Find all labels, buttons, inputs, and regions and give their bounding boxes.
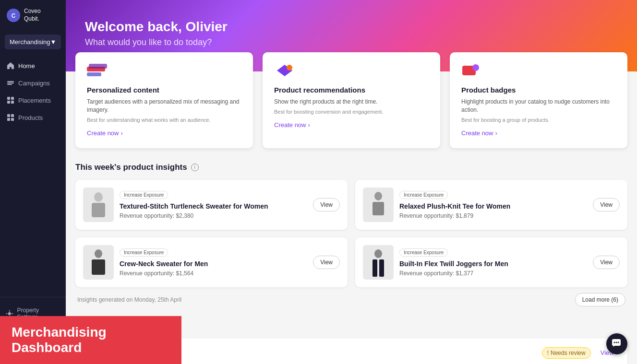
insight-badge-1: Increase Exposure (120, 191, 168, 199)
info-icon[interactable]: i (191, 164, 199, 171)
insights-section: This week's product insights i Increase … (66, 148, 637, 316)
insight-content-4: Increase Exposure Built-In Flex Twill Jo… (399, 247, 587, 277)
coveo-logo-icon: C (6, 8, 21, 23)
feature-cards: Personalized content Target audiences wi… (66, 52, 637, 148)
bottom-banner-text: Merchandising Dashboard (12, 325, 170, 355)
bottom-banner: Merchandising Dashboard (0, 316, 181, 364)
sidebar-item-campaigns[interactable]: Campaigns (0, 74, 66, 92)
insights-title: This week's product insights (75, 163, 187, 172)
insight-revenue-4: Revenue opportunity: $1,377 (399, 270, 587, 277)
svg-rect-22 (92, 203, 105, 217)
nav-label-placements: Placements (18, 97, 51, 104)
home-icon (7, 62, 14, 70)
needs-review-label: Needs review (551, 350, 586, 356)
svg-rect-29 (379, 259, 384, 277)
svg-rect-10 (11, 114, 14, 117)
svg-rect-4 (7, 84, 12, 85)
svg-rect-8 (11, 101, 14, 104)
product-badges-icon (461, 64, 482, 79)
svg-rect-9 (7, 114, 10, 117)
campaigns-icon (7, 79, 14, 87)
svg-point-20 (472, 64, 479, 71)
product-badges-card: Product badges Highlight products in you… (450, 52, 627, 148)
svg-rect-24 (373, 202, 384, 215)
insight-badge-4: Increase Exposure (399, 248, 448, 257)
svg-point-33 (618, 342, 619, 343)
insight-badge-2: Increase Exposure (399, 191, 448, 199)
personalized-content-best: Best for understanding what works with a… (87, 117, 241, 123)
product-recommendations-desc: Show the right products at the right tim… (274, 98, 429, 106)
insight-img-1 (83, 188, 114, 222)
insight-img-2 (363, 188, 394, 222)
nav-label-home: Home (18, 62, 35, 70)
insight-view-btn-3[interactable]: View (313, 256, 340, 269)
personalized-content-link[interactable]: Create now › (87, 129, 241, 137)
chat-button[interactable] (606, 333, 627, 354)
insight-revenue-3: Revenue opportunity: $1,564 (120, 270, 307, 277)
logo-area: C Coveo Qubit. (0, 0, 66, 31)
personalized-content-desc: Target audiences with a personalized mix… (87, 98, 241, 114)
product-badges-title: Product badges (461, 86, 616, 94)
svg-rect-2 (7, 81, 14, 82)
svg-rect-11 (7, 118, 10, 121)
product-badges-link[interactable]: Create now › (461, 129, 616, 137)
insight-name-1: Textured-Stitch Turtleneck Sweater for W… (120, 202, 307, 211)
warning-icon: ! (547, 350, 549, 356)
main-content: Welcome back, Olivier What would you lik… (66, 0, 637, 364)
svg-rect-6 (11, 97, 14, 100)
logo-text: Coveo Qubit. (24, 8, 41, 23)
product-recommendations-icon (274, 64, 295, 79)
svg-point-21 (94, 192, 103, 202)
svg-point-25 (95, 249, 102, 258)
svg-text:C: C (12, 12, 16, 19)
insight-revenue-1: Revenue opportunity: $2,380 (120, 212, 307, 219)
insight-revenue-2: Revenue opportunity: $1,879 (399, 212, 587, 219)
svg-rect-3 (7, 82, 14, 83)
sidebar-item-home[interactable]: Home (0, 57, 66, 74)
products-icon (7, 114, 14, 121)
insight-content-2: Increase Exposure Relaxed Plush-Knit Tee… (399, 190, 587, 219)
insight-content-1: Increase Exposure Textured-Stitch Turtle… (120, 190, 307, 219)
hero-title: Welcome back, Olivier (85, 19, 618, 35)
personalized-content-title: Personalized content (87, 86, 241, 94)
insight-card-1: Increase Exposure Textured-Stitch Turtle… (75, 180, 348, 230)
insight-view-btn-1[interactable]: View (313, 198, 340, 211)
sidebar: C Coveo Qubit. Merchandising ▼ Home Camp… (0, 0, 66, 364)
dropdown-label: Merchandising (10, 38, 50, 46)
svg-point-32 (616, 342, 617, 343)
product-recommendations-best: Best for boosting conversion and engagem… (274, 109, 429, 115)
product-recommendations-title: Product recommendations (274, 86, 429, 94)
insight-img-3 (83, 245, 114, 280)
insights-date: Insights generated on Monday, 25th April (77, 296, 181, 303)
svg-rect-15 (89, 64, 107, 69)
merchandising-dropdown[interactable]: Merchandising ▼ (5, 35, 61, 49)
svg-rect-28 (373, 259, 377, 277)
insight-view-btn-2[interactable]: View (593, 198, 620, 211)
personalized-content-card: Personalized content Target audiences wi… (75, 52, 253, 148)
insights-header: This week's product insights i (75, 163, 627, 172)
sidebar-item-products[interactable]: Products (0, 109, 66, 126)
svg-rect-7 (7, 101, 10, 104)
insight-view-btn-4[interactable]: View (593, 256, 620, 269)
load-more-button[interactable]: Load more (6) (575, 293, 625, 306)
svg-rect-5 (7, 97, 10, 100)
svg-point-31 (614, 342, 615, 343)
product-badges-best: Best for boosting a group of products. (461, 117, 616, 123)
chat-icon (612, 339, 622, 349)
svg-point-13 (8, 312, 11, 315)
svg-rect-26 (92, 259, 105, 275)
insight-content-3: Increase Exposure Crew-Neck Sweater for … (120, 247, 307, 277)
product-recommendations-link[interactable]: Create now › (274, 121, 429, 129)
insight-card-3: Increase Exposure Crew-Neck Sweater for … (75, 237, 348, 287)
hero-subtitle: What would you like to do today? (85, 37, 618, 47)
needs-review-badge: ! Needs review (542, 347, 591, 359)
insight-badge-3: Increase Exposure (120, 248, 168, 257)
nav-label-campaigns: Campaigns (18, 80, 50, 87)
sidebar-item-placements[interactable]: Placements (0, 92, 66, 109)
svg-point-18 (287, 65, 292, 70)
chevron-down-icon: ▼ (50, 38, 57, 46)
nav-label-products: Products (18, 114, 43, 121)
personalized-content-icon (87, 64, 108, 79)
insight-name-3: Crew-Neck Sweater for Men (120, 259, 307, 268)
sidebar-nav: Home Campaigns Placements (0, 53, 66, 297)
